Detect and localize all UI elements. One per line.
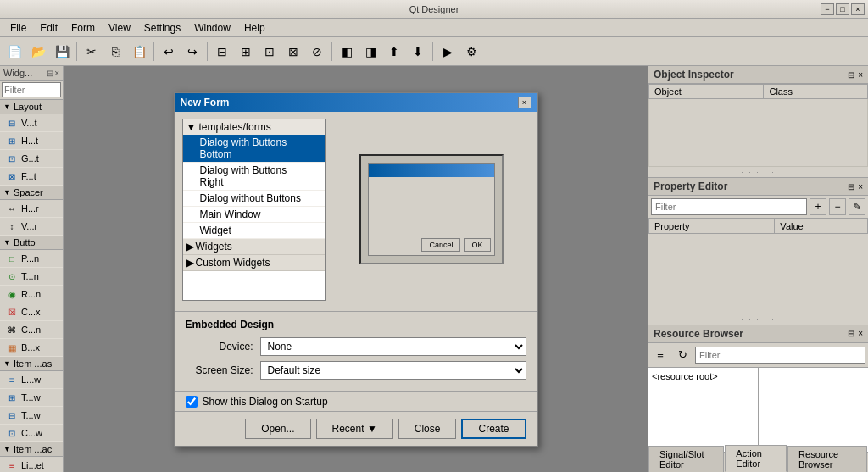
toolbar-align-b[interactable]: ⬇: [407, 41, 429, 63]
section-buttons[interactable]: ▼ Butto: [0, 236, 63, 250]
tree-item-dialog-buttons-bottom[interactable]: Dialog with Buttons Bottom: [183, 135, 326, 163]
create-button[interactable]: Create: [461, 419, 526, 439]
widget-item-label: T...w: [21, 410, 41, 420]
toolbar-preview[interactable]: ▶: [437, 41, 459, 63]
toolbar-settings[interactable]: ⚙: [460, 41, 482, 63]
tree-group-custom[interactable]: ▶ Custom Widgets: [183, 255, 326, 271]
menu-file[interactable]: File: [3, 20, 33, 36]
toolbar-copy[interactable]: ⎘: [104, 41, 126, 63]
menu-edit[interactable]: Edit: [33, 20, 64, 36]
toolbar-undo[interactable]: ↩: [158, 41, 180, 63]
tree-item-dialog-no-buttons[interactable]: Dialog without Buttons: [183, 191, 326, 207]
list-item[interactable]: ⊟ T...w: [0, 407, 63, 425]
list-item[interactable]: ⊡ G...t: [0, 150, 63, 168]
list-item[interactable]: ▦ B...x: [0, 339, 63, 357]
list-item[interactable]: ≡ L...w: [0, 371, 63, 389]
tree-header-templates[interactable]: ▼ templates/forms: [183, 119, 326, 135]
device-select[interactable]: None: [260, 337, 526, 356]
toolbar-new[interactable]: 📄: [3, 41, 25, 63]
resource-refresh-button[interactable]: ↻: [673, 346, 692, 364]
list-item[interactable]: ⊙ T...n: [0, 268, 63, 286]
property-configure-button[interactable]: ✎: [849, 198, 865, 215]
tab-signal-slot[interactable]: Signal/Slot Editor: [648, 446, 724, 472]
inspector-body: [649, 99, 868, 167]
toolbar: 📄 📂 💾 ✂ ⎘ 📋 ↩ ↪ ⊟ ⊞ ⊡ ⊠ ⊘ ◧ ◨ ⬆ ⬇ ▶ ⚙: [0, 37, 868, 66]
recent-button[interactable]: Recent ▼: [316, 419, 393, 439]
object-inspector: Object Inspector ⊟ × Object Class · · · …: [648, 66, 868, 178]
menu-form[interactable]: Form: [64, 20, 102, 36]
preview-titlebar: [369, 164, 494, 177]
menu-settings[interactable]: Settings: [137, 20, 187, 36]
resource-filter-input[interactable]: [695, 347, 865, 364]
toolbar-paste[interactable]: 📋: [128, 41, 150, 63]
toolbar-cut[interactable]: ✂: [81, 41, 103, 63]
toolbar-layout-h[interactable]: ⊟: [211, 41, 233, 63]
toolbar-redo[interactable]: ↪: [181, 41, 203, 63]
widget-panel-float-icon[interactable]: ⊟: [47, 69, 53, 78]
right-panel: Object Inspector ⊟ × Object Class · · · …: [648, 66, 868, 472]
tree-group-widgets[interactable]: ▶ Widgets: [183, 239, 326, 255]
dialog-close-button[interactable]: ×: [518, 97, 531, 108]
minimize-button[interactable]: −: [821, 3, 834, 15]
resource-browser: Resource Browser ⊟ × ≡ ↻ <resource root>: [648, 325, 868, 473]
close-button[interactable]: ×: [851, 3, 865, 15]
preview-box: Cancel OK: [359, 154, 504, 264]
list-item[interactable]: ↕ V...r: [0, 218, 63, 236]
widget-filter-input[interactable]: [2, 82, 61, 97]
list-item[interactable]: ≡ Li...et: [0, 457, 63, 472]
list-item[interactable]: ↔ H...r: [0, 200, 63, 218]
open-button[interactable]: Open...: [245, 419, 310, 439]
list-item[interactable]: ⊞ T...w: [0, 389, 63, 407]
menu-help[interactable]: Help: [237, 20, 272, 36]
toolbar-layout-f[interactable]: ⊠: [282, 41, 304, 63]
resource-root-item[interactable]: <resource root>: [652, 371, 718, 381]
toolbar-sep-3: [207, 42, 208, 61]
dialog-title-bar: New Form ×: [175, 93, 537, 112]
screen-select[interactable]: Default size: [260, 361, 526, 380]
toolbar-layout-break[interactable]: ⊘: [306, 41, 328, 63]
tree-item-dialog-buttons-right[interactable]: Dialog with Buttons Right: [183, 163, 326, 191]
layout-g-icon: ⊡: [5, 152, 19, 165]
resource-list-button[interactable]: ≡: [651, 346, 670, 364]
property-close-icon[interactable]: ×: [858, 182, 863, 192]
tab-resource-browser[interactable]: Resource Browser: [787, 446, 867, 472]
widget-item-label: T...n: [21, 271, 39, 281]
section-layouts[interactable]: ▼ Layout: [0, 100, 63, 114]
resource-float-icon[interactable]: ⊟: [848, 329, 854, 338]
toolbar-save[interactable]: 💾: [51, 41, 73, 63]
property-float-icon[interactable]: ⊟: [848, 182, 854, 192]
maximize-button[interactable]: □: [836, 3, 849, 15]
list-item[interactable]: ⌘ C...n: [0, 321, 63, 339]
tree-item-main-window[interactable]: Main Window: [183, 207, 326, 223]
resource-close-icon[interactable]: ×: [858, 329, 863, 338]
property-remove-button[interactable]: −: [829, 198, 846, 215]
list-item[interactable]: □ P...n: [0, 250, 63, 268]
tab-action-editor[interactable]: Action Editor: [725, 445, 787, 472]
property-filter-input[interactable]: [651, 198, 807, 215]
inspector-float-icon[interactable]: ⊟: [848, 70, 854, 80]
listview-icon: ≡: [5, 373, 19, 386]
close-button[interactable]: Close: [398, 419, 457, 439]
list-item[interactable]: ☒ C...x: [0, 303, 63, 321]
list-item[interactable]: ⊞ H...t: [0, 132, 63, 150]
inspector-close-icon[interactable]: ×: [858, 70, 863, 80]
toolbar-open[interactable]: 📂: [27, 41, 49, 63]
widget-panel-close-icon[interactable]: ×: [54, 69, 59, 78]
list-item[interactable]: ⊟ V...t: [0, 114, 63, 132]
toolbar-align-l[interactable]: ◧: [336, 41, 358, 63]
list-item[interactable]: ⊡ C...w: [0, 425, 63, 442]
toolbar-layout-v[interactable]: ⊞: [235, 41, 257, 63]
tree-item-widget[interactable]: Widget: [183, 223, 326, 239]
startup-checkbox[interactable]: [186, 396, 198, 408]
menu-view[interactable]: View: [102, 20, 137, 36]
list-item[interactable]: ⊠ F...t: [0, 168, 63, 186]
toolbar-align-r[interactable]: ◨: [359, 41, 381, 63]
section-spacers[interactable]: ▼ Spacer: [0, 186, 63, 200]
list-item[interactable]: ◉ R...n: [0, 286, 63, 303]
toolbar-align-t[interactable]: ⬆: [383, 41, 405, 63]
section-itemviews[interactable]: ▼ Item ...as: [0, 357, 63, 371]
property-add-button[interactable]: +: [810, 198, 826, 215]
menu-window[interactable]: Window: [187, 20, 237, 36]
section-itemwidgets[interactable]: ▼ Item ...ac: [0, 442, 63, 457]
toolbar-layout-g[interactable]: ⊡: [259, 41, 281, 63]
